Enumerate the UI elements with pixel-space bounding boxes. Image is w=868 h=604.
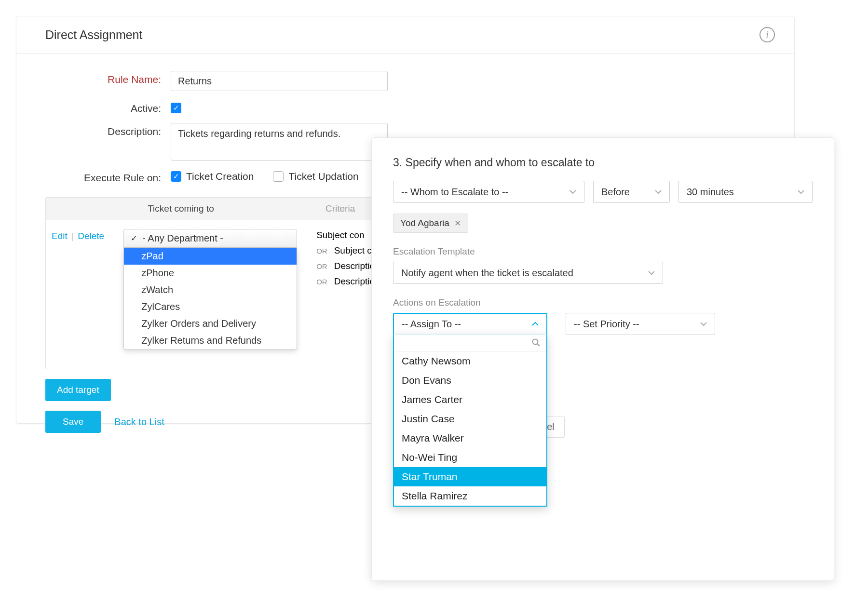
row-actions: Edit | Delete [52, 229, 104, 349]
dept-option[interactable]: zPad [124, 248, 297, 265]
whom-to-escalate-select[interactable]: -- Whom to Escalate to -- [393, 181, 584, 203]
assign-to-wrap: -- Assign To -- Cathy Newsom Don Evans J… [393, 313, 547, 335]
chevron-down-icon [655, 190, 662, 194]
dept-option[interactable]: Zylker Orders and Delivery [124, 315, 297, 332]
assign-option[interactable]: James Carter [394, 390, 546, 409]
chip-name: Yod Agbaria [400, 218, 449, 228]
assign-option[interactable]: No-Wei Ting [394, 448, 546, 467]
escalate-row1: -- Whom to Escalate to -- Before 30 minu… [393, 181, 813, 203]
selected-chips: Yod Agbaria ✕ [393, 214, 813, 233]
remove-chip-icon[interactable]: ✕ [454, 218, 461, 228]
dept-option[interactable]: ZylCares [124, 298, 297, 315]
or-label: OR [316, 247, 327, 255]
panel-header: Direct Assignment i [16, 16, 794, 54]
dept-option[interactable]: zWatch [124, 282, 297, 298]
escalate-person-chip: Yod Agbaria ✕ [393, 214, 468, 233]
assign-to-select[interactable]: -- Assign To -- [393, 313, 547, 335]
assign-option[interactable]: Don Evans [394, 371, 546, 390]
assign-search[interactable] [394, 335, 546, 351]
add-target-button[interactable]: Add target [45, 379, 111, 401]
col-ticket: Ticket coming to [46, 198, 316, 220]
department-dropdown: zPad zPhone zWatch ZylCares Zylker Order… [123, 248, 297, 349]
check-icon: ✓ [131, 233, 137, 243]
assign-dropdown: Cathy Newsom Don Evans James Carter Just… [393, 334, 547, 507]
template-label: Escalation Template [393, 246, 813, 257]
chevron-down-icon [798, 190, 804, 194]
ticket-updation-text: Ticket Updation [288, 171, 358, 182]
label-active: Active: [45, 100, 171, 114]
set-priority-select[interactable]: -- Set Priority -- [566, 313, 715, 335]
page-title: Direct Assignment [45, 28, 142, 42]
label-execute: Execute Rule on: [45, 169, 171, 184]
assign-label: -- Assign To -- [402, 319, 461, 330]
back-to-list-link[interactable]: Back to List [114, 416, 164, 428]
assign-option[interactable]: Stella Ramirez [394, 486, 546, 506]
dept-option[interactable]: Zylker Returns and Refunds [124, 332, 297, 349]
department-select[interactable]: ✓ - Any Department - zPad zPhone zWatch … [123, 229, 297, 349]
or-label: OR [316, 278, 327, 286]
escalation-template-select[interactable]: Notify agent when the ticket is escalate… [393, 262, 663, 284]
label-description: Description: [45, 123, 171, 137]
row-active: Active: ✓ [45, 100, 765, 114]
info-icon[interactable]: i [760, 27, 775, 42]
or-label: OR [316, 262, 327, 270]
edit-link[interactable]: Edit [52, 231, 68, 241]
priority-label: -- Set Priority -- [574, 319, 639, 330]
assign-option[interactable]: Justin Case [394, 409, 546, 429]
description-input[interactable] [171, 123, 388, 161]
timing-label: Before [601, 187, 630, 198]
timing-select[interactable]: Before [593, 181, 670, 203]
duration-select[interactable]: 30 minutes [678, 181, 813, 203]
actions-row: -- Assign To -- Cathy Newsom Don Evans J… [393, 313, 813, 335]
checkbox-ticket-creation[interactable]: ✓ Ticket Creation [171, 171, 254, 182]
rule-name-input[interactable] [171, 71, 388, 91]
assign-option[interactable]: Cathy Newsom [394, 351, 546, 371]
actions-label: Actions on Escalation [393, 297, 813, 308]
criteria-text: Subject con [316, 230, 364, 241]
step-title: 3. Specify when and whom to escalate to [393, 156, 813, 169]
ticket-creation-text: Ticket Creation [186, 171, 254, 182]
chevron-down-icon [570, 190, 576, 194]
label-rule-name: Rule Name: [45, 71, 171, 85]
whom-label: -- Whom to Escalate to -- [401, 187, 508, 198]
escalation-panel: 3. Specify when and whom to escalate to … [371, 137, 834, 581]
checkbox-ticket-updation[interactable]: Ticket Updation [273, 171, 358, 182]
row-rule-name: Rule Name: [45, 71, 765, 91]
active-checkbox[interactable]: ✓ [171, 100, 181, 113]
search-icon [532, 338, 541, 347]
assign-option[interactable]: Star Truman [394, 467, 546, 486]
dept-option[interactable]: zPhone [124, 265, 297, 282]
department-current-text: - Any Department - [142, 233, 223, 244]
duration-label: 30 minutes [687, 187, 734, 198]
save-button[interactable]: Save [45, 411, 101, 433]
department-current[interactable]: ✓ - Any Department - [123, 229, 297, 248]
chevron-up-icon [532, 322, 539, 326]
chevron-down-icon [648, 271, 655, 275]
separator: | [71, 231, 74, 241]
delete-link[interactable]: Delete [78, 231, 104, 241]
svg-line-1 [537, 344, 540, 346]
chevron-down-icon [700, 322, 707, 326]
template-value: Notify agent when the ticket is escalate… [401, 268, 573, 279]
assign-option[interactable]: Mayra Walker [394, 429, 546, 448]
svg-point-0 [533, 339, 538, 345]
